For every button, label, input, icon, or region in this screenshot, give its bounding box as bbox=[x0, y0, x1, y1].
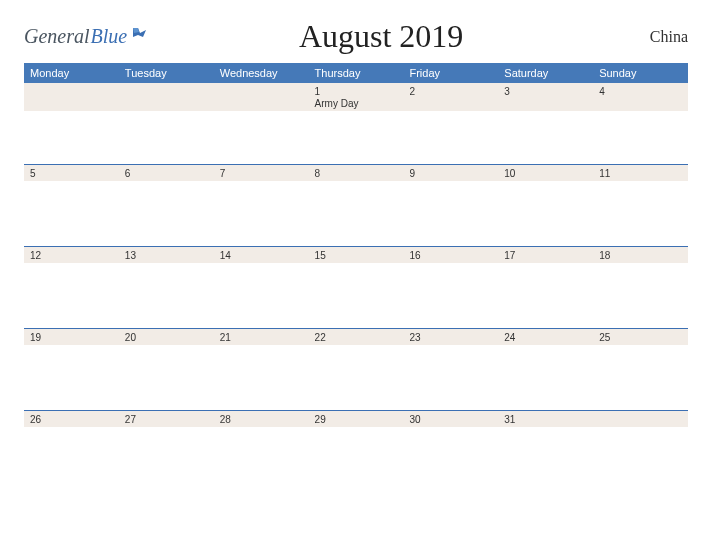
day-number: 26 bbox=[30, 414, 113, 425]
day-cell: 5 bbox=[24, 165, 119, 246]
day-number: 30 bbox=[409, 414, 492, 425]
day-number: 3 bbox=[504, 86, 587, 97]
week-row: 567891011 bbox=[24, 165, 688, 247]
day-body bbox=[24, 427, 119, 483]
day-body bbox=[24, 111, 119, 164]
day-cell: 13 bbox=[119, 247, 214, 328]
day-body bbox=[593, 427, 688, 483]
day-body bbox=[119, 181, 214, 246]
day-number: 20 bbox=[125, 332, 208, 343]
day-body bbox=[309, 427, 404, 483]
week-row: 12131415161718 bbox=[24, 247, 688, 329]
day-cell: 23 bbox=[403, 329, 498, 410]
day-body bbox=[498, 427, 593, 483]
day-cell: 6 bbox=[119, 165, 214, 246]
day-cell: 16 bbox=[403, 247, 498, 328]
day-number: 18 bbox=[599, 250, 682, 261]
day-header: Friday bbox=[403, 63, 498, 83]
day-body bbox=[119, 345, 214, 410]
country-label: China bbox=[608, 28, 688, 46]
day-body bbox=[593, 345, 688, 410]
day-number: 5 bbox=[30, 168, 113, 179]
day-body bbox=[24, 263, 119, 328]
day-number: 1 bbox=[315, 86, 398, 97]
header: General Blue August 2019 China bbox=[24, 18, 688, 55]
day-cell: 4 bbox=[593, 83, 688, 164]
day-cell: . bbox=[119, 83, 214, 164]
day-cell: 26 bbox=[24, 411, 119, 483]
day-number: 14 bbox=[220, 250, 303, 261]
day-number: 8 bbox=[315, 168, 398, 179]
day-number: 12 bbox=[30, 250, 113, 261]
day-cell: 9 bbox=[403, 165, 498, 246]
day-number: 31 bbox=[504, 414, 587, 425]
day-body bbox=[119, 263, 214, 328]
day-cell: 14 bbox=[214, 247, 309, 328]
logo-blue: Blue bbox=[91, 25, 128, 48]
day-cell: 29 bbox=[309, 411, 404, 483]
day-header-row: Monday Tuesday Wednesday Thursday Friday… bbox=[24, 63, 688, 83]
day-cell: 24 bbox=[498, 329, 593, 410]
day-body bbox=[214, 427, 309, 483]
day-body bbox=[403, 181, 498, 246]
logo-text: General Blue bbox=[24, 25, 127, 48]
day-body bbox=[403, 263, 498, 328]
day-cell: . bbox=[593, 411, 688, 483]
day-cell: 11 bbox=[593, 165, 688, 246]
week-row: 262728293031. bbox=[24, 411, 688, 483]
day-body bbox=[403, 345, 498, 410]
day-cell: 22 bbox=[309, 329, 404, 410]
day-number: 27 bbox=[125, 414, 208, 425]
day-header: Thursday bbox=[309, 63, 404, 83]
day-body bbox=[214, 111, 309, 164]
day-body bbox=[403, 111, 498, 164]
day-header: Tuesday bbox=[119, 63, 214, 83]
day-number: 22 bbox=[315, 332, 398, 343]
day-number: 6 bbox=[125, 168, 208, 179]
day-header: Monday bbox=[24, 63, 119, 83]
day-number: 16 bbox=[409, 250, 492, 261]
day-cell: 3 bbox=[498, 83, 593, 164]
day-body bbox=[24, 345, 119, 410]
day-number: 9 bbox=[409, 168, 492, 179]
day-number: 11 bbox=[599, 168, 682, 179]
day-body bbox=[593, 181, 688, 246]
day-cell: 30 bbox=[403, 411, 498, 483]
day-number: 23 bbox=[409, 332, 492, 343]
day-header: Sunday bbox=[593, 63, 688, 83]
day-number: 21 bbox=[220, 332, 303, 343]
flag-icon bbox=[132, 27, 154, 47]
day-body bbox=[309, 345, 404, 410]
day-cell: 28 bbox=[214, 411, 309, 483]
day-cell: 21 bbox=[214, 329, 309, 410]
day-cell: 18 bbox=[593, 247, 688, 328]
day-header: Saturday bbox=[498, 63, 593, 83]
day-number: 17 bbox=[504, 250, 587, 261]
day-number: 19 bbox=[30, 332, 113, 343]
page-title: August 2019 bbox=[154, 18, 608, 55]
day-body bbox=[119, 111, 214, 164]
day-body bbox=[498, 345, 593, 410]
week-row: 19202122232425 bbox=[24, 329, 688, 411]
day-body bbox=[309, 263, 404, 328]
day-body bbox=[403, 427, 498, 483]
day-number: 13 bbox=[125, 250, 208, 261]
day-number: 4 bbox=[599, 86, 682, 97]
week-row: ...1Army Day234 bbox=[24, 83, 688, 165]
logo-general: General bbox=[24, 25, 90, 48]
day-cell: 17 bbox=[498, 247, 593, 328]
day-number: 25 bbox=[599, 332, 682, 343]
day-cell: 31 bbox=[498, 411, 593, 483]
day-number: 24 bbox=[504, 332, 587, 343]
day-body bbox=[309, 111, 404, 164]
day-body bbox=[309, 181, 404, 246]
day-header: Wednesday bbox=[214, 63, 309, 83]
day-body bbox=[498, 111, 593, 164]
calendar: Monday Tuesday Wednesday Thursday Friday… bbox=[24, 63, 688, 483]
day-cell: . bbox=[214, 83, 309, 164]
day-body bbox=[593, 111, 688, 164]
day-number: 7 bbox=[220, 168, 303, 179]
day-body bbox=[214, 181, 309, 246]
day-cell: 19 bbox=[24, 329, 119, 410]
day-body bbox=[214, 263, 309, 328]
